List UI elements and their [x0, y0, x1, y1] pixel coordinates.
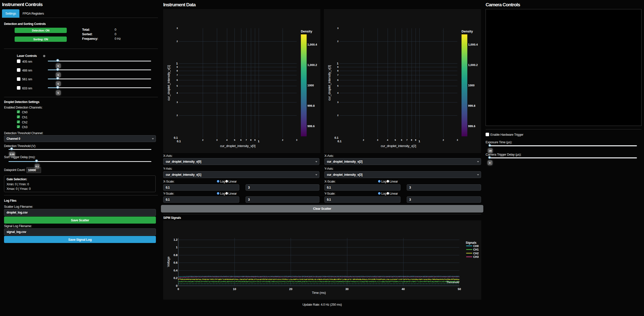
- chevron-down-icon: [315, 174, 317, 175]
- laser-slider-0-handle[interactable]: [56, 59, 59, 62]
- exposure-time-slider-handle[interactable]: [489, 144, 491, 147]
- xscale-linear-label: Linear: [390, 180, 398, 183]
- svg-text:1,000.2: 1,000.2: [308, 63, 317, 66]
- detection-threshold-slider-rail[interactable]: [9, 149, 151, 150]
- sort-delay-slider-handle[interactable]: [35, 160, 38, 162]
- xscale-max-input[interactable]: 3: [246, 184, 319, 191]
- signal-log-input[interactable]: signal_log.csv: [4, 228, 156, 235]
- channel-checkbox-ch0[interactable]: [17, 110, 20, 113]
- signal-log-label: Signal Log Filename:: [4, 224, 32, 228]
- svg-text:999.8: 999.8: [468, 104, 476, 107]
- x-axis-dropdown[interactable]: cur_droplet_intensity_v[2]: [324, 158, 481, 165]
- save-scatter-label: Save Scatter: [71, 218, 89, 222]
- scatter-log-input[interactable]: droplet_log.csv: [4, 209, 156, 216]
- clear-scatter-label: Clear Scatter: [313, 207, 331, 210]
- instrument-controls-title: Instrument Controls: [2, 2, 43, 7]
- scatter-plot-2[interactable]: 0.10.12233445566778899112233cur_droplet_…: [324, 9, 481, 153]
- svg-text:2: 2: [363, 139, 364, 141]
- laser-checkbox-561nm[interactable]: [17, 77, 20, 81]
- svg-text:4: 4: [337, 92, 338, 94]
- enable-hardware-trigger-checkbox[interactable]: [486, 133, 489, 136]
- svg-text:30: 30: [345, 288, 349, 291]
- clear-scatter-button[interactable]: Clear Scatter: [161, 205, 483, 213]
- detection-threshold-slider-handle[interactable]: [10, 148, 13, 150]
- laser-slider-3-rail[interactable]: [48, 87, 151, 88]
- laser-slider-0-tooltip: 5: [56, 63, 61, 68]
- xscale-max-input[interactable]: 3: [407, 184, 481, 191]
- xscale-label: X-Scale:: [324, 180, 335, 183]
- svg-text:5: 5: [395, 139, 396, 141]
- exposure-time-slider-rail[interactable]: [490, 145, 637, 146]
- threshold-channel-dropdown[interactable]: Channel 0: [4, 135, 156, 142]
- gate-selection-box: Gate Selection: Xmin: 0 | Ymin: 0 Xmax: …: [4, 175, 156, 192]
- instrument-data-title: Instrument Data: [163, 2, 195, 8]
- laser-label: 633 nm: [22, 87, 32, 90]
- gate-selection-max: Xmax: 0 | Ymax: 0: [7, 187, 31, 191]
- x-axis-dropdown[interactable]: cur_droplet_intensity_v[0]: [163, 158, 319, 165]
- y-axis-dropdown[interactable]: cur_droplet_intensity_v[3]: [324, 171, 481, 178]
- laser-slider-0-rail[interactable]: [48, 61, 151, 61]
- xscale-linear-radio[interactable]: [387, 180, 389, 183]
- save-signal-log-button[interactable]: Save Signal Log: [4, 236, 156, 243]
- yscale-log-radio[interactable]: [217, 192, 219, 195]
- xscale-min-input[interactable]: 0.1: [324, 184, 400, 191]
- channel-checkbox-ch1[interactable]: [17, 115, 20, 118]
- detection-toggle-button[interactable]: Detection: ON: [15, 28, 67, 33]
- laser-checkbox-488nm[interactable]: [17, 68, 20, 72]
- xscale-linear-radio[interactable]: [225, 180, 228, 183]
- yscale-linear-radio[interactable]: [387, 192, 389, 195]
- yscale-linear-label: Linear: [228, 192, 237, 195]
- section-divider-3: [4, 195, 158, 195]
- xscale-min-input[interactable]: 0.1: [163, 184, 239, 191]
- tab-fpga-registers[interactable]: FPGA Registers: [19, 9, 47, 18]
- gate-selection-min: Xmin: 0 | Ymin: 0: [7, 183, 29, 186]
- laser-slider-1-rail[interactable]: [48, 69, 151, 70]
- camera-trigger-delay-slider-rail[interactable]: [490, 157, 637, 158]
- laser-slider-3-handle[interactable]: [56, 86, 59, 89]
- sipm-signals-plot[interactable]: 0102030405000.20.40.60.811.2Time (ms)Vol…: [163, 220, 481, 300]
- svg-text:cur_droplet_intensity_v[0]: cur_droplet_intensity_v[0]: [220, 144, 255, 148]
- yscale-linear-radio[interactable]: [225, 192, 228, 195]
- sort-delay-label: Sort Trigger Delay (ms):: [4, 155, 35, 159]
- x-axis-value: cur_droplet_intensity_v[0]: [166, 160, 201, 163]
- svg-text:7: 7: [177, 74, 178, 76]
- y-axis-dropdown[interactable]: cur_droplet_intensity_v[1]: [163, 171, 319, 178]
- laser-slider-2-rail[interactable]: [48, 79, 151, 79]
- yscale-min-input[interactable]: 0.1: [324, 196, 400, 203]
- yscale-max-input[interactable]: 3: [246, 196, 319, 203]
- svg-text:2: 2: [443, 139, 444, 141]
- svg-text:Time (ms): Time (ms): [312, 291, 326, 295]
- laser-label: 405 nm: [22, 60, 32, 63]
- svg-text:2: 2: [177, 40, 178, 43]
- laser-slider-1-handle[interactable]: [56, 68, 59, 71]
- xscale-log-radio[interactable]: [217, 180, 219, 183]
- laser-checkbox-633nm[interactable]: [17, 86, 20, 90]
- yscale-log-radio[interactable]: [378, 192, 381, 195]
- chevron-down-icon: [152, 138, 154, 139]
- xscale-log-radio[interactable]: [378, 180, 381, 183]
- svg-text:0.1: 0.1: [334, 136, 339, 139]
- yscale-max-input[interactable]: 3: [407, 196, 481, 203]
- svg-text:CH1: CH1: [473, 248, 479, 251]
- svg-text:0.6: 0.6: [174, 261, 178, 264]
- instrument-controls-panel: Instrument Controls Settings FPGA Regist…: [0, 0, 161, 316]
- laser-checkbox-405nm[interactable]: [17, 59, 20, 63]
- x-axis-value: cur_droplet_intensity_v[2]: [327, 160, 362, 163]
- sorting-toggle-button[interactable]: Sorting: ON: [15, 37, 67, 42]
- camera-divider: [486, 129, 641, 129]
- svg-text:2: 2: [337, 40, 338, 43]
- laser-slider-2-handle[interactable]: [56, 77, 59, 80]
- channel-checkbox-ch2[interactable]: [17, 120, 20, 123]
- svg-text:0.1: 0.1: [337, 140, 342, 143]
- yscale-min-input[interactable]: 0.1: [163, 196, 239, 203]
- laser-slider-2-tooltip: 5: [56, 81, 61, 86]
- svg-text:0.8: 0.8: [174, 254, 178, 257]
- tab-settings[interactable]: Settings: [2, 9, 19, 18]
- camera-trigger-delay-slider-handle[interactable]: [488, 156, 491, 159]
- datapoint-count-label: Datapoint Count:: [4, 168, 25, 172]
- svg-text:1: 1: [258, 140, 260, 143]
- channel-checkbox-ch3[interactable]: [17, 125, 20, 128]
- scatter-plot-1[interactable]: 0.10.12233445566778899112233cur_droplet_…: [163, 9, 320, 153]
- save-scatter-button[interactable]: Save Scatter: [4, 217, 156, 224]
- xscale-log-label: Log: [220, 180, 225, 183]
